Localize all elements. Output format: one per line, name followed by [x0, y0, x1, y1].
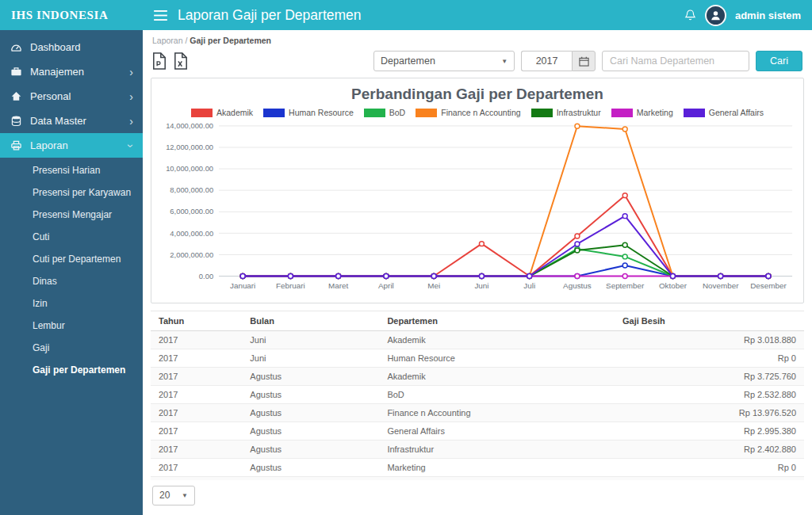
sidebar-subitem-cuti-per-departemen[interactable]: Cuti per Departemen [0, 248, 143, 270]
search-input[interactable] [602, 51, 749, 71]
filter-controls: Departemen ▼ [373, 51, 802, 71]
legend-item-bod[interactable]: BoD [364, 108, 405, 117]
cell-bulan: Juni [242, 331, 379, 349]
chart-canvas: 0.002,000,000.004,000,000.006,000,000.00… [156, 118, 799, 301]
cell-tahun: 2017 [151, 386, 242, 404]
sidebar-item-label: Personal [30, 90, 71, 102]
column-header-tahun[interactable]: Tahun [151, 311, 242, 331]
legend-item-infrastruktur[interactable]: Infrastruktur [531, 108, 601, 117]
search-button[interactable]: Cari [756, 51, 802, 71]
content-area: Laporan / Gaji per Departemen [143, 30, 812, 515]
column-header-bulan[interactable]: Bulan [242, 311, 379, 331]
legend-swatch [263, 109, 285, 117]
sidebar-subitem-presensi-per-karyawan[interactable]: Presensi per Karyawan [0, 181, 143, 204]
notifications-bell-icon[interactable] [684, 9, 696, 22]
legend-swatch [191, 109, 213, 117]
sidebar-item-personal[interactable]: Personal› [0, 84, 143, 109]
sidebar-toggle-button[interactable] [154, 10, 167, 21]
brand-logo[interactable]: IHS INDONESIA [0, 0, 143, 30]
cell-gaji-besih: Rp 3.725.760 [615, 368, 804, 386]
svg-text:April: April [378, 281, 394, 290]
hamburger-icon [154, 10, 167, 21]
chevron-down-icon: › [126, 143, 137, 147]
table-row: 2017AgustusFinance n AccountingRp 13.976… [151, 404, 804, 422]
department-filter-select[interactable]: Departemen ▼ [373, 51, 515, 71]
export-pdf-button[interactable] [152, 52, 167, 70]
legend-item-human-resource[interactable]: Human Resource [263, 108, 354, 117]
sidebar-subitem-izin[interactable]: Izin [0, 292, 143, 315]
legend-label: Infrastruktur [557, 108, 601, 117]
sidebar-subitem-gaji-per-departemen[interactable]: Gaji per Departemen [0, 359, 143, 381]
legend-item-finance-n-accounting[interactable]: Finance n Accounting [416, 108, 520, 117]
legend-item-akademik[interactable]: Akademik [191, 108, 253, 117]
svg-text:November: November [703, 281, 739, 290]
svg-text:Desember: Desember [750, 281, 787, 290]
user-name[interactable]: admin sistem [735, 10, 801, 21]
table-row: 2017JuniAkademikRp 3.018.880 [151, 331, 804, 349]
sidebar-subitem-dinas[interactable]: Dinas [0, 270, 143, 292]
sidebar-item-data-master[interactable]: Data Master› [0, 109, 143, 133]
svg-text:Maret: Maret [328, 281, 348, 290]
cell-tahun: 2017 [151, 349, 242, 368]
sidebar-subitem-cuti[interactable]: Cuti [0, 226, 143, 248]
chevron-right-icon: › [129, 67, 133, 78]
svg-text:10,000,000.00: 10,000,000.00 [166, 165, 213, 173]
table-row: 2017AgustusInfrastrukturRp 2.402.880 [151, 441, 804, 459]
chevron-right-icon: › [129, 116, 133, 127]
cell-bulan: Juni [242, 349, 379, 368]
cell-tahun: 2017 [151, 404, 242, 422]
sidebar-subitem-presensi-mengajar[interactable]: Presensi Mengajar [0, 204, 143, 226]
main-layout: DashboardManajemen›Personal›Data Master›… [0, 30, 812, 515]
calendar-icon [579, 56, 589, 67]
svg-text:Juni: Juni [474, 281, 488, 290]
top-bar: IHS INDONESIA Laporan Gaji per Departeme… [0, 0, 812, 30]
cell-departemen: Akademik [379, 368, 615, 386]
sidebar-subitem-presensi-harian[interactable]: Presensi Harian [0, 159, 143, 181]
cell-bulan: Agustus [242, 441, 379, 459]
column-header-departemen[interactable]: Departemen [379, 311, 615, 331]
legend-item-general-affairs[interactable]: General Affairs [684, 108, 764, 117]
content-footer: 20 ▼ [151, 480, 804, 510]
svg-text:Januari: Januari [230, 281, 255, 290]
table-row: 2017JuniHuman ResourceRp 0 [151, 349, 804, 368]
cell-gaji-besih: Rp 13.976.520 [615, 404, 804, 422]
svg-text:Juli: Juli [523, 281, 535, 290]
legend-label: Marketing [637, 108, 673, 117]
sidebar-subitem-gaji[interactable]: Gaji [0, 337, 143, 359]
cell-gaji-besih: Rp 3.018.880 [615, 331, 804, 349]
sidebar-item-laporan[interactable]: Laporan› [0, 133, 143, 158]
legend-swatch [416, 109, 437, 117]
chart-title: Perbandingan Gaji per Departemen [156, 86, 799, 103]
chart-legend: AkademikHuman ResourceBoDFinance n Accou… [156, 108, 799, 117]
column-header-gaji-besih[interactable]: Gaji Besih [615, 311, 804, 331]
cell-tahun: 2017 [151, 459, 242, 477]
page-size-select[interactable]: 20 ▼ [152, 486, 195, 505]
breadcrumb-parent[interactable]: Laporan [152, 36, 183, 45]
cell-bulan: Agustus [242, 422, 379, 441]
sidebar-item-manajemen[interactable]: Manajemen› [0, 59, 143, 84]
sidebar-item-dashboard[interactable]: Dashboard [0, 35, 143, 59]
sidebar-menu: DashboardManajemen›Personal›Data Master›… [0, 35, 143, 383]
sidebar-subitem-lembur[interactable]: Lembur [0, 315, 143, 337]
export-excel-button[interactable] [174, 52, 188, 70]
calendar-addon-button[interactable] [572, 51, 596, 71]
svg-text:12,000,000.00: 12,000,000.00 [166, 143, 213, 151]
svg-text:2,000,000.00: 2,000,000.00 [170, 251, 213, 259]
svg-text:4,000,000.00: 4,000,000.00 [170, 230, 213, 238]
legend-label: BoD [389, 108, 405, 117]
salary-table: TahunBulanDepartemenGaji Besih 2017JuniA… [151, 311, 804, 480]
briefcase-icon [10, 66, 22, 78]
table-row: 2017AgustusGeneral AffairsRp 2.995.380 [151, 422, 804, 441]
cell-departemen: Infrastruktur [379, 441, 615, 459]
avatar[interactable] [705, 5, 726, 26]
cell-tahun: 2017 [151, 331, 242, 349]
legend-item-marketing[interactable]: Marketing [611, 108, 673, 117]
svg-text:8,000,000.00: 8,000,000.00 [170, 186, 213, 194]
home-icon [10, 90, 22, 102]
year-input[interactable] [521, 51, 572, 71]
pdf-file-icon [152, 52, 167, 70]
sidebar-submenu: Presensi HarianPresensi per KaryawanPres… [0, 158, 143, 383]
page-size-value: 20 [159, 490, 170, 501]
sidebar-item-label: Dashboard [30, 41, 81, 53]
cell-departemen: Marketing [379, 459, 615, 477]
